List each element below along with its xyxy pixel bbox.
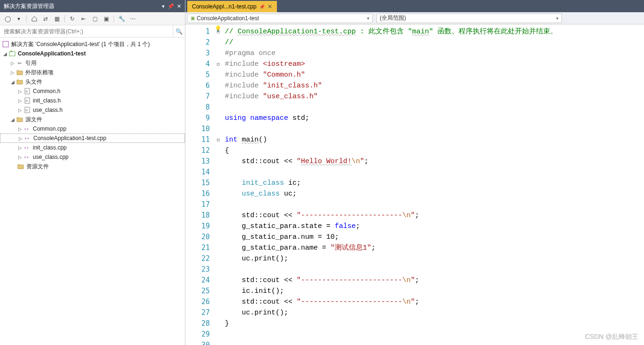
more-icon[interactable]: ⋯ [128,14,138,24]
folder-icon [16,78,23,86]
svg-rect-1 [9,52,15,56]
search-input[interactable] [0,28,173,35]
project-icon [8,50,16,57]
h-file-icon: h [23,97,31,104]
expander-icon[interactable]: ◢ [9,117,16,122]
expander-icon[interactable]: ▷ [17,136,24,141]
dropdown-label: ConsoleApplication1-test [197,15,259,22]
tree-source-file[interactable]: ▷++ConsoleApplication1-test.cpp [0,133,185,143]
expander-icon[interactable]: ▷ [17,145,23,150]
pin-icon[interactable]: 📌 [259,4,265,9]
folder-icon [16,116,23,123]
tree-references[interactable]: ▷▫◦引用 [0,58,185,68]
refresh-icon[interactable]: ↻ [68,14,77,24]
search-icon[interactable]: 🔍 [173,25,185,38]
expander-icon[interactable]: ▷ [17,98,23,103]
tree-resources-folder[interactable]: 资源文件 [0,162,185,171]
collapse-icon[interactable]: ⇤ [79,14,88,24]
watermark: CSDN @乱蜂朝王 [585,333,638,341]
solution-icon [2,40,9,48]
tree-header-file[interactable]: ▷hCommon.h [0,86,185,96]
back-icon[interactable]: ◯ [3,14,12,24]
cpp-file-icon: ++ [23,125,31,133]
panel-close-icon[interactable]: ✕ [177,3,181,9]
chevron-down-icon: ▾ [367,16,369,21]
tree-project[interactable]: ◢ConsoleApplication1-test [0,49,185,58]
tree-headers-folder[interactable]: ◢头文件 [0,77,185,86]
scope-dropdown[interactable]: (全局范围) ▾ [376,14,562,23]
svg-text:h: h [26,90,28,93]
tab-bar: ConsoleAppl...n1-test.cpp 📌 ✕ [185,0,644,12]
expander-icon[interactable]: ▷ [17,126,23,132]
close-icon[interactable]: ✕ [268,3,272,10]
expander-icon[interactable]: ▷ [17,89,23,94]
expander-icon[interactable]: ◢ [9,79,16,85]
panel-header: 解决方案资源管理器 ▾ 📌 ✕ [0,0,185,12]
tree-header-file[interactable]: ▷hinit_class.h [0,96,185,105]
cpp-file-icon: ++ [23,144,31,151]
expander-icon[interactable]: ◢ [2,51,8,56]
tab-label: ConsoleAppl...n1-test.cpp [192,3,256,10]
panel-title: 解决方案资源管理器 [4,2,159,10]
line-number-gutter: 1234567891011121314151617181920212223242… [185,24,214,345]
lightbulb-icon[interactable]: 💡 [215,25,222,32]
editor-panel: ConsoleAppl...n1-test.cpp 📌 ✕ ▣ ConsoleA… [185,0,644,345]
folder-icon [17,163,24,170]
tree-solution[interactable]: 解决方案 'ConsoleApplication1-test' (1 个项目，共… [0,39,185,49]
code-editor[interactable]: 💡 12345678910111213141516171819202122232… [185,24,644,345]
tree-external[interactable]: ▷外部依赖项 [0,68,185,77]
chevron-down-icon: ▾ [556,16,559,21]
panel-dropdown-icon[interactable]: ▾ [162,3,165,9]
forward-icon[interactable]: ▾ [14,14,23,24]
h-file-icon: h [23,106,31,114]
tree-header-file[interactable]: ▷huse_class.h [0,105,185,115]
solution-toolbar: ◯ ▾ ⇄ ▦ ↻ ⇤ ▢ ▣ 🔧 ⋯ [0,12,185,25]
view-icon[interactable]: ▣ [101,14,111,24]
svg-text:h: h [26,99,28,102]
project-icon: ▣ [191,16,195,21]
search-row: 🔍 [0,25,185,38]
svg-text:++: ++ [24,127,29,132]
references-icon: ▫◦ [16,59,23,67]
dropdown-label: (全局范围) [380,14,406,22]
h-file-icon: h [23,87,31,95]
expander-icon[interactable]: ▷ [9,61,16,66]
editor-tab-active[interactable]: ConsoleAppl...n1-test.cpp 📌 ✕ [187,1,277,12]
properties-icon[interactable]: 🔧 [117,14,126,24]
expand-icon[interactable]: ▢ [90,14,100,24]
solution-tree: 解决方案 'ConsoleApplication1-test' (1 个项目，共… [0,38,185,345]
tree-source-file[interactable]: ▷++Common.cpp [0,124,185,133]
solution-explorer-panel: 解决方案资源管理器 ▾ 📌 ✕ ◯ ▾ ⇄ ▦ ↻ ⇤ ▢ ▣ 🔧 ⋯ 🔍 解决… [0,0,185,345]
expander-icon[interactable]: ▷ [9,70,16,75]
svg-text:++: ++ [24,146,29,150]
show-all-icon[interactable]: ▦ [52,14,61,24]
svg-rect-0 [3,41,8,47]
cpp-file-icon: ++ [24,134,31,142]
code-content[interactable]: // ConsoleApplication1-test.cpp : 此文件包含 … [223,24,644,345]
svg-text:++: ++ [24,136,30,141]
svg-text:h: h [26,109,28,112]
tree-source-file[interactable]: ▷++init_class.cpp [0,143,185,152]
fold-column[interactable]: ⊟⊟⊟ [214,24,223,345]
cpp-file-icon: ++ [23,153,31,161]
folder-icon [16,69,23,76]
navigation-bar: ▣ ConsoleApplication1-test ▾ (全局范围) ▾ [185,12,644,24]
svg-text:++: ++ [24,155,29,160]
svg-rect-2 [10,51,12,52]
project-dropdown[interactable]: ▣ ConsoleApplication1-test ▾ [187,14,373,23]
home-icon[interactable] [30,14,39,24]
tree-source-file[interactable]: ▷++use_class.cpp [0,152,185,162]
tree-sources-folder[interactable]: ◢源文件 [0,115,185,124]
sync-icon[interactable]: ⇄ [41,14,50,24]
panel-pin-icon[interactable]: 📌 [168,3,174,9]
expander-icon[interactable]: ▷ [17,108,23,113]
expander-icon[interactable]: ▷ [17,155,23,160]
